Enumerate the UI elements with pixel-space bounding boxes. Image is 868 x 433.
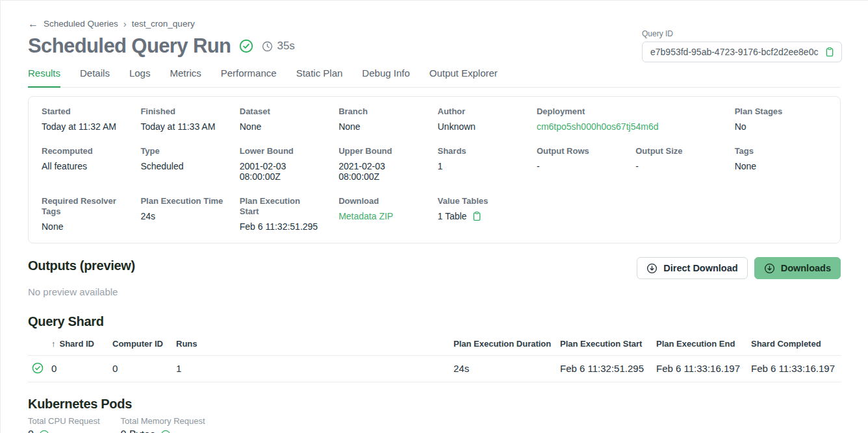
- total-cpu-request-stat: Total CPU Request 0 ?: [28, 416, 100, 433]
- run-info-grid: Started Today at 11:32 AM Finished Today…: [42, 106, 827, 232]
- breadcrumb-parent[interactable]: Scheduled Queries: [44, 19, 118, 29]
- tab-debug-info[interactable]: Debug Info: [362, 68, 409, 87]
- field-label: Plan Execution Time: [140, 196, 233, 206]
- field-value: -: [537, 161, 629, 171]
- field-value: Feb 6 11:32:51.295: [240, 221, 332, 232]
- chevron-right-icon: ›: [123, 18, 127, 29]
- column-header-plan-execution-start[interactable]: Plan Execution Start: [560, 339, 656, 349]
- tab-output-explorer[interactable]: Output Explorer: [429, 68, 498, 87]
- breadcrumb: ← Scheduled Queries › test_cron_query: [28, 1, 841, 29]
- query-shard-row[interactable]: 0 0 1 24s Feb 6 11:32:51.295 Feb 6 11:33…: [28, 356, 841, 382]
- query-id-box[interactable]: e7b953fd-95ab-4723-9176-bcf2d2ee8e0c: [642, 42, 842, 62]
- tab-results[interactable]: Results: [28, 68, 60, 88]
- pod-stats: Total CPU Request 0 ? Total Memory Reque…: [28, 416, 841, 433]
- info-field-author: Author Unknown: [438, 106, 530, 132]
- outputs-buttons: Direct Download Downloads: [637, 257, 841, 279]
- field-value: Scheduled: [140, 161, 233, 171]
- clock-icon: [262, 41, 273, 52]
- run-info-card: Started Today at 11:32 AM Finished Today…: [28, 96, 841, 243]
- deployment-link[interactable]: cm6tpo5sh000h0os67tj54m6d: [537, 121, 728, 132]
- info-field-plan-execution-time: Plan Execution Time 24s: [140, 196, 233, 232]
- field-value: Today at 11:32 AM: [42, 121, 134, 132]
- copy-clipboard-icon[interactable]: [472, 211, 482, 221]
- field-label: Type: [140, 146, 233, 156]
- tab-metrics[interactable]: Metrics: [170, 68, 201, 87]
- tab-details[interactable]: Details: [80, 68, 110, 87]
- column-header-runs[interactable]: Runs: [176, 339, 453, 349]
- tab-performance[interactable]: Performance: [221, 68, 277, 87]
- info-field-dataset: Dataset None: [240, 106, 332, 132]
- field-value: None: [42, 221, 134, 232]
- kubernetes-pods-heading: Kubernetes Pods: [28, 397, 841, 412]
- runs-cell: 1: [176, 363, 453, 374]
- help-question-icon[interactable]: ?: [160, 430, 171, 433]
- info-field-recomputed: Recomputed All features: [42, 146, 134, 182]
- field-value: Today at 11:33 AM: [140, 121, 233, 132]
- help-question-icon[interactable]: ?: [39, 430, 49, 433]
- info-field-required-resolver-tags: Required Resolver Tags None: [42, 196, 134, 232]
- field-value: 2001-02-03 08:00:00Z: [240, 161, 311, 182]
- no-preview-text: No preview available: [28, 286, 841, 297]
- info-field-started: Started Today at 11:32 AM: [42, 106, 134, 132]
- info-field-plan-execution-start: Plan Execution Start Feb 6 11:32:51.295: [240, 196, 332, 232]
- stat-value: 0 Bytes: [121, 429, 155, 433]
- query-shard-heading: Query Shard: [28, 314, 841, 329]
- info-field-branch: Branch None: [338, 106, 431, 132]
- info-field-value-tables: Value Tables 1 Table: [438, 196, 530, 232]
- sort-ascending-icon: ↑: [51, 339, 56, 349]
- direct-download-button[interactable]: Direct Download: [637, 257, 747, 279]
- column-header-computer-id[interactable]: Computer ID: [112, 339, 176, 349]
- field-label: Lower Bound: [240, 146, 332, 156]
- stat-label: Total CPU Request: [28, 416, 100, 426]
- tab-static-plan[interactable]: Static Plan: [296, 68, 343, 87]
- field-value: All features: [42, 161, 134, 171]
- field-label: Dataset: [240, 106, 332, 117]
- info-field-type: Type Scheduled: [140, 146, 233, 182]
- field-label: Shards: [438, 146, 530, 156]
- field-value: Unknown: [438, 121, 530, 132]
- field-value: None: [735, 161, 827, 171]
- field-label: Tags: [735, 146, 827, 156]
- field-label: Value Tables: [438, 196, 530, 206]
- field-value: -: [635, 161, 728, 171]
- computer-id-cell: 0: [112, 363, 176, 374]
- info-field-upper-bound: Upper Bound 2021-02-03 08:00:00Z: [338, 146, 431, 182]
- downloads-button[interactable]: Downloads: [754, 257, 841, 279]
- field-label: Recomputed: [42, 146, 134, 156]
- page-title: Scheduled Query Run: [28, 34, 231, 58]
- field-value: 1 Table: [438, 211, 530, 221]
- query-id-value: e7b953fd-95ab-4723-9176-bcf2d2ee8e0c: [650, 47, 818, 57]
- run-duration: 35s: [262, 40, 294, 53]
- column-header-plan-execution-end[interactable]: Plan Execution End: [656, 339, 751, 349]
- info-field-deployment: Deployment cm6tpo5sh000h0os67tj54m6d: [537, 106, 728, 132]
- plan-execution-start-cell: Feb 6 11:32:51.295: [560, 363, 656, 374]
- metadata-zip-link[interactable]: Metadata ZIP: [338, 211, 431, 221]
- back-arrow-icon[interactable]: ←: [28, 19, 38, 29]
- column-header-shard-id[interactable]: ↑Shard ID: [51, 339, 112, 349]
- field-value: 1: [438, 161, 530, 171]
- field-label: Download: [338, 196, 431, 206]
- field-label: Finished: [140, 106, 233, 117]
- field-label: Plan Stages: [735, 106, 827, 117]
- shard-completed-cell: Feb 6 11:33:16.197: [751, 363, 841, 374]
- download-icon: [646, 263, 657, 274]
- success-check-icon: [239, 39, 253, 53]
- info-field-download: Download Metadata ZIP: [338, 196, 431, 232]
- tab-logs[interactable]: Logs: [129, 68, 151, 87]
- breadcrumb-current[interactable]: test_cron_query: [132, 19, 195, 29]
- field-label: Author: [438, 106, 530, 117]
- query-shard-table-header: ↑Shard ID Computer ID Runs Plan Executio…: [28, 339, 841, 356]
- column-header-shard-completed[interactable]: Shard Completed: [751, 339, 841, 349]
- direct-download-label: Direct Download: [663, 263, 737, 273]
- column-header-plan-execution-duration[interactable]: Plan Execution Duration: [453, 339, 560, 349]
- outputs-heading: Outputs (preview): [28, 258, 135, 273]
- field-label: Plan Execution Start: [240, 196, 311, 217]
- success-check-icon: [32, 362, 44, 374]
- copy-clipboard-icon[interactable]: [824, 47, 835, 57]
- field-value: 24s: [140, 211, 233, 221]
- tab-bar: Results Details Logs Metrics Performance…: [28, 68, 841, 88]
- field-label: Started: [42, 106, 134, 117]
- value-tables-text: 1 Table: [438, 211, 467, 221]
- field-value: None: [240, 121, 332, 132]
- shard-id-cell: 0: [51, 363, 112, 374]
